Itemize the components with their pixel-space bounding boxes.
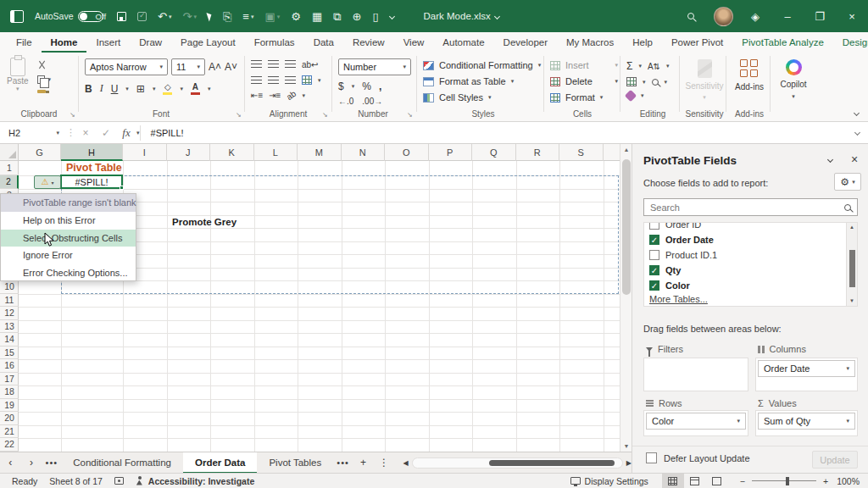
column-header-n[interactable]: N xyxy=(342,144,386,161)
formula-input[interactable]: #SPILL! xyxy=(141,128,855,138)
select-objects-icon[interactable]: ⎘ xyxy=(223,11,231,22)
field-item-order-id[interactable]: Order ID xyxy=(644,222,857,232)
column-header-p[interactable]: P xyxy=(429,144,473,161)
row-header-22[interactable]: 22 xyxy=(0,438,19,452)
excel-logo-icon[interactable] xyxy=(10,10,24,23)
row-header-1[interactable]: 1 xyxy=(0,161,19,175)
list-scroll-up-icon[interactable]: ▲ xyxy=(847,223,857,232)
menu-item-ignore-error[interactable]: Ignore Error xyxy=(1,247,136,264)
ribbon-tab-developer[interactable]: Developer xyxy=(494,32,557,53)
increase-indent-icon[interactable]: ⇥≡ xyxy=(269,91,281,100)
autosave-toggle[interactable]: AutoSave Off xyxy=(35,11,106,22)
column-header-s[interactable]: S xyxy=(559,144,604,161)
conditional-formatting-button[interactable]: Conditional Formatting▾ xyxy=(423,60,542,70)
defer-checkbox[interactable] xyxy=(646,452,657,463)
wrap-text-icon[interactable]: ab↩ xyxy=(302,60,319,69)
sheet-options-icon[interactable]: ⋮ xyxy=(374,457,395,469)
horizontal-scroll-thumb[interactable] xyxy=(489,460,615,466)
field-item-color[interactable]: ✓Color xyxy=(644,278,857,293)
diamond-icon[interactable]: ◈ xyxy=(739,0,771,32)
bold-button[interactable]: B xyxy=(85,83,92,95)
vertical-scroll-thumb[interactable] xyxy=(622,159,631,295)
scroll-up-icon[interactable]: ▲ xyxy=(620,144,632,155)
spreadsheet-grid[interactable]: Pivot Table Promote Grey #SPILL! ⚠ ▾ GHI… xyxy=(0,144,632,452)
gear-icon[interactable]: ⚙ xyxy=(291,11,301,22)
hscroll-right-icon[interactable]: ▶ xyxy=(626,459,632,467)
delete-cells-button[interactable]: Delete▾ xyxy=(550,76,618,86)
sheet-tab-pivot-tables[interactable]: Pivot Tables xyxy=(257,452,333,474)
number-dialog-launcher[interactable]: ↘ xyxy=(407,111,413,119)
field-checkbox[interactable]: ✓ xyxy=(649,280,659,291)
sheet-list-left-icon[interactable]: ••• xyxy=(42,458,61,468)
font-name-select[interactable]: Aptos Narrow▾ xyxy=(85,58,168,75)
row-header-17[interactable]: 17 xyxy=(0,373,19,386)
cut-icon[interactable] xyxy=(37,60,47,69)
column-header-h[interactable]: H xyxy=(61,144,123,161)
align-top-icon[interactable] xyxy=(251,60,262,68)
paste-button[interactable]: Paste ▾ xyxy=(7,58,29,93)
addins-button[interactable]: Add-ins xyxy=(731,59,768,92)
decrease-decimal-icon[interactable]: .00→ xyxy=(362,97,382,106)
minimize-button[interactable]: – xyxy=(771,0,804,32)
move-icon[interactable]: ⊕ xyxy=(352,11,361,22)
redo-button[interactable]: ↷▾ xyxy=(182,11,196,22)
update-button[interactable]: Update xyxy=(812,451,858,469)
document-icon[interactable]: ▯ xyxy=(372,11,378,22)
column-header-o[interactable]: O xyxy=(385,144,429,161)
ribbon-tab-power-pivot[interactable]: Power Pivot xyxy=(662,32,732,53)
menu-item-error-checking-options-[interactable]: Error Checking Options... xyxy=(1,264,136,282)
row-header-14[interactable]: 14 xyxy=(0,333,19,347)
merge-center-icon[interactable] xyxy=(302,75,312,85)
pointer-icon[interactable] xyxy=(206,11,213,21)
fill-down-icon[interactable] xyxy=(626,77,637,86)
row-header-12[interactable]: 12 xyxy=(0,307,19,320)
window-title[interactable]: Dark Mode.xlsx xyxy=(424,11,499,21)
row-header-13[interactable]: 13 xyxy=(0,320,19,334)
row-header-21[interactable]: 21 xyxy=(0,425,19,439)
ribbon-tab-help[interactable]: Help xyxy=(623,32,662,53)
hscroll-left-icon[interactable]: ◀ xyxy=(403,459,408,467)
enter-formula-icon[interactable]: ✓ xyxy=(96,127,116,139)
comma-style-icon[interactable]: , xyxy=(379,80,381,92)
new-sheet-button[interactable]: + xyxy=(353,457,374,469)
column-headers[interactable]: GHIJKLMNOPQRS xyxy=(0,144,620,161)
ribbon-tab-insert[interactable]: Insert xyxy=(86,32,130,53)
menu-item-help-on-this-error[interactable]: Help on this Error xyxy=(1,212,136,230)
sheet-tab-order-data[interactable]: Order Data xyxy=(183,452,257,474)
normal-view-button[interactable] xyxy=(662,474,684,488)
account-avatar[interactable] xyxy=(707,0,739,32)
increase-font-icon[interactable]: A˄ xyxy=(209,58,221,75)
name-box[interactable]: H2 ▾ xyxy=(0,122,66,144)
ribbon-tab-file[interactable]: File xyxy=(7,32,42,53)
scroll-down-icon[interactable]: ▼ xyxy=(620,441,632,452)
row-header-20[interactable]: 20 xyxy=(0,412,19,425)
pane-close-icon[interactable]: × xyxy=(851,152,858,166)
format-as-table-button[interactable]: Format as Table▾ xyxy=(423,76,542,86)
sheet-nav-left-icon[interactable]: ‹ xyxy=(0,457,21,469)
ribbon-tab-home[interactable]: Home xyxy=(42,32,87,53)
list-scroll-thumb[interactable] xyxy=(849,250,855,287)
cell-styles-button[interactable]: Cell Styles▾ xyxy=(423,92,542,103)
columns-area[interactable]: Order Date▾ xyxy=(755,358,858,391)
zoom-out-icon[interactable]: − xyxy=(740,476,745,486)
zoom-track[interactable] xyxy=(752,480,816,482)
italic-button[interactable]: I xyxy=(100,82,103,95)
align-middle-icon[interactable] xyxy=(268,60,279,68)
table-edit-icon[interactable]: ▦ xyxy=(312,11,322,22)
horizontal-scrollbar[interactable] xyxy=(412,458,623,469)
select-all-corner[interactable] xyxy=(0,144,19,161)
fill-color-button[interactable]: ◇ xyxy=(163,82,172,95)
display-settings-button[interactable]: Display Settings xyxy=(570,476,648,486)
zoom-in-icon[interactable]: + xyxy=(823,476,828,486)
checkbox-qat-icon[interactable] xyxy=(137,12,147,21)
cell-note-promote-grey[interactable]: Promote Grey xyxy=(172,217,236,227)
ribbon-tab-review[interactable]: Review xyxy=(343,32,394,53)
column-header-m[interactable]: M xyxy=(298,144,342,161)
save-icon[interactable] xyxy=(117,12,126,21)
row-header-15[interactable]: 15 xyxy=(0,347,19,360)
field-item-order-date[interactable]: ✓Order Date xyxy=(644,232,857,247)
format-qat-icon[interactable]: ≡▾ xyxy=(242,11,253,22)
ribbon-tab-data[interactable]: Data xyxy=(304,32,343,53)
copy-icon[interactable] xyxy=(37,75,45,84)
number-format-select[interactable]: Number▾ xyxy=(338,58,411,75)
